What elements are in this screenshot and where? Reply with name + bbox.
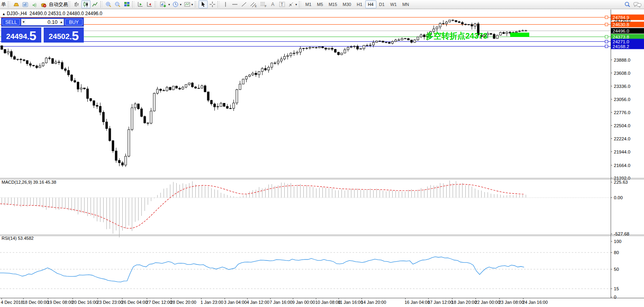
candle-body xyxy=(519,31,521,31)
candle xyxy=(71,74,73,82)
candle xyxy=(115,148,117,163)
candle xyxy=(77,81,79,92)
new-order-button-partial[interactable]: 单 xyxy=(1,1,7,8)
volume-stepper: ▼ ▲ xyxy=(21,19,64,25)
line-chart-icon[interactable] xyxy=(91,0,100,8)
time-axis[interactable] xyxy=(0,298,644,307)
chart-preview-icon[interactable] xyxy=(21,0,30,8)
candle xyxy=(423,34,425,40)
search-icon[interactable] xyxy=(623,0,632,8)
candle-body xyxy=(45,58,47,63)
tab-timeframe-m5[interactable]: M5 xyxy=(314,0,326,8)
candle xyxy=(188,83,190,86)
tab-timeframe-d1[interactable]: D1 xyxy=(376,0,388,8)
horizontal-line-icon[interactable] xyxy=(230,0,239,8)
candle-body xyxy=(83,88,85,89)
level-lines-layer xyxy=(0,16,611,48)
tab-timeframe-m1[interactable]: M1 xyxy=(303,0,314,8)
dropdown-caret[interactable]: ▾ xyxy=(191,3,193,6)
templates-icon[interactable]: ▾ xyxy=(183,0,194,8)
equidistant-channel-icon[interactable]: E xyxy=(249,0,258,8)
autotrading-label[interactable]: 自动交易 xyxy=(49,1,68,8)
candle xyxy=(204,85,206,92)
chart-shift-icon[interactable] xyxy=(145,0,154,8)
chat-icon[interactable] xyxy=(632,0,643,8)
candle-body xyxy=(391,41,393,43)
chart-area[interactable]: 多空转折点2437324784.924630.824496.024373.824… xyxy=(0,0,644,307)
candle xyxy=(515,31,517,33)
annotation-layer: 多空转折点24373 xyxy=(426,31,529,40)
candle xyxy=(131,104,133,131)
new-chart-icon[interactable]: ▾ xyxy=(158,0,171,8)
sell-button[interactable]: SELL xyxy=(2,19,20,25)
arrows-icon[interactable]: ▾ xyxy=(287,0,298,8)
fibonacci-icon[interactable]: F xyxy=(258,0,268,8)
autotrading-icon[interactable] xyxy=(39,0,48,8)
candle xyxy=(465,24,467,25)
tile-windows-icon[interactable] xyxy=(122,0,131,8)
candle xyxy=(474,23,476,29)
candle xyxy=(525,30,527,31)
text-label-icon[interactable]: T xyxy=(278,0,287,8)
signal-icon[interactable] xyxy=(30,0,39,8)
level-handle[interactable] xyxy=(605,23,608,26)
volume-decrease-button[interactable]: ▼ xyxy=(21,19,26,25)
tab-timeframe-h1[interactable]: H1 xyxy=(354,0,365,8)
tab-timeframe-m15[interactable]: M15 xyxy=(326,0,340,8)
buy-button[interactable]: BUY xyxy=(65,19,83,25)
volume-increase-button[interactable]: ▲ xyxy=(59,19,64,25)
price-axis[interactable] xyxy=(611,10,644,298)
cursor-icon[interactable] xyxy=(199,0,208,8)
candle-body xyxy=(274,63,276,63)
dropdown-caret[interactable]: ▾ xyxy=(180,3,181,6)
candle xyxy=(357,45,359,50)
candle-body xyxy=(29,64,31,65)
zoom-out-icon[interactable] xyxy=(113,0,122,8)
candle xyxy=(23,59,25,62)
timeframes-clock-icon[interactable]: ▾ xyxy=(171,0,183,8)
dropdown-caret[interactable]: ▾ xyxy=(168,3,170,6)
candle xyxy=(503,31,505,34)
level-handle[interactable] xyxy=(605,35,608,38)
candlestick-icon[interactable] xyxy=(81,0,91,8)
bid-price: 24494 xyxy=(6,31,27,42)
candle xyxy=(36,65,38,69)
svg-text:A: A xyxy=(271,2,274,7)
level-handle[interactable] xyxy=(605,16,608,19)
candle xyxy=(322,47,324,49)
zoom-in-icon[interactable] xyxy=(104,0,113,8)
candle xyxy=(417,37,419,41)
candle-body xyxy=(166,87,168,91)
ingot-icon[interactable] xyxy=(12,0,21,8)
candle-body xyxy=(290,53,292,56)
volume-input[interactable] xyxy=(26,19,59,25)
tab-timeframe-h4[interactable]: H4 xyxy=(365,0,376,8)
candle-body xyxy=(204,86,206,92)
candle-body xyxy=(150,111,152,123)
bid-quote[interactable]: 24494.5 xyxy=(1,27,41,43)
bar-chart-icon[interactable] xyxy=(72,0,81,8)
candle xyxy=(388,42,390,44)
tab-timeframe-mn[interactable]: MN xyxy=(399,0,412,8)
candle xyxy=(274,62,276,65)
dropdown-caret[interactable]: ▾ xyxy=(295,3,297,6)
auto-scroll-icon[interactable] xyxy=(136,0,145,8)
level-handle[interactable] xyxy=(605,40,608,43)
ask-quote[interactable]: 24502.5 xyxy=(44,27,84,43)
tab-timeframe-m30[interactable]: M30 xyxy=(340,0,354,8)
candle-body xyxy=(118,160,120,163)
candle-body xyxy=(353,46,355,47)
text-icon[interactable]: A xyxy=(268,0,278,8)
candle xyxy=(439,22,441,29)
level-handle[interactable] xyxy=(605,45,608,48)
tab-timeframe-w1[interactable]: W1 xyxy=(388,0,400,8)
candle xyxy=(255,71,257,77)
crosshair-icon[interactable] xyxy=(208,0,217,8)
vertical-line-icon[interactable] xyxy=(221,0,230,8)
candle-body xyxy=(280,59,282,61)
trendline-icon[interactable] xyxy=(239,0,249,8)
candle xyxy=(147,122,149,126)
candle-body xyxy=(131,108,133,130)
candle xyxy=(58,60,60,65)
trade-panel-top-row: SELL ▼ ▲ BUY xyxy=(1,17,84,27)
